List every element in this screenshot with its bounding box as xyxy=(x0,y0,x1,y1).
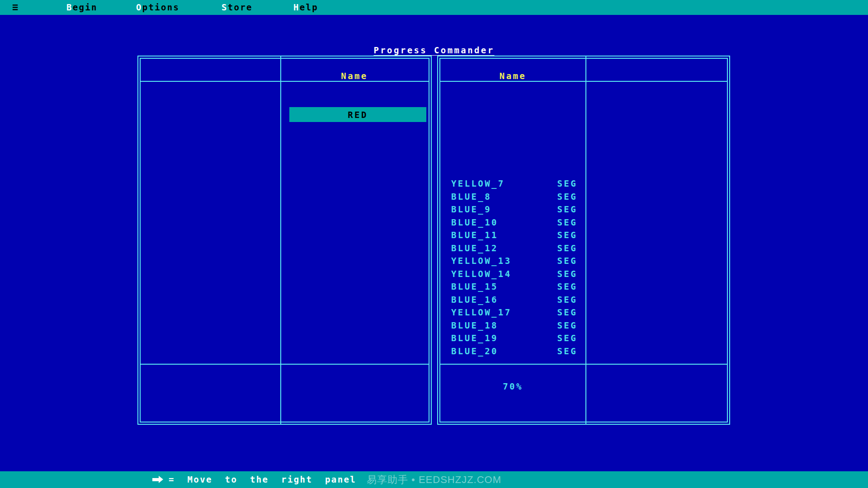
file-type: SEG xyxy=(557,242,577,255)
watermark: 易享助手 • EEDSHZJZ.COM xyxy=(367,474,501,486)
right-arrow-icon xyxy=(152,478,159,481)
left-panel-column-divider xyxy=(280,56,281,424)
file-type: SEG xyxy=(557,254,577,267)
file-type: SEG xyxy=(557,332,577,345)
file-name: BLUE_11 xyxy=(451,229,498,242)
file-name: BLUE_20 xyxy=(451,345,498,358)
file-name: BLUE_8 xyxy=(451,190,491,203)
menu-item-options[interactable]: Options xyxy=(136,2,179,13)
progress-commander-app: ≡ Begin Options Store Help Progress Comm… xyxy=(0,0,868,488)
right-panel: Name YELLOW_7SEG BLUE_8SEG BLUE_9SEG BLU… xyxy=(437,56,730,425)
list-item[interactable]: BLUE_16SEG xyxy=(440,293,585,306)
file-name: BLUE_18 xyxy=(451,319,498,332)
file-name: YELLOW_7 xyxy=(451,177,505,190)
selected-list-item[interactable]: RED xyxy=(289,107,426,122)
menu-item-begin[interactable]: Begin xyxy=(66,2,98,13)
menu-item-store[interactable]: Store xyxy=(222,2,253,13)
left-panel-footer-separator xyxy=(141,364,429,365)
list-item[interactable]: BLUE_11SEG xyxy=(440,229,585,242)
file-type: SEG xyxy=(557,319,577,332)
status-hint: = Move to the right panel xyxy=(169,474,356,486)
menu-item-help[interactable]: Help xyxy=(293,2,318,13)
status-bar: = Move to the right panel 易享助手 • EEDSHZJ… xyxy=(0,471,868,488)
file-name: BLUE_19 xyxy=(451,332,498,345)
file-name: BLUE_10 xyxy=(451,216,498,229)
file-name: BLUE_16 xyxy=(451,293,498,306)
list-item[interactable]: BLUE_9SEG xyxy=(440,203,585,216)
right-panel-footer-separator xyxy=(440,364,727,365)
left-panel-name-header: Name xyxy=(280,70,429,82)
left-panel: Name RED xyxy=(137,56,432,425)
file-type: SEG xyxy=(557,306,577,319)
file-name: BLUE_15 xyxy=(451,280,498,293)
progress-percent: 70% xyxy=(440,380,585,393)
file-name: YELLOW_17 xyxy=(451,306,512,319)
list-item[interactable]: BLUE_8SEG xyxy=(440,190,585,203)
list-item[interactable]: YELLOW_17SEG xyxy=(440,306,585,319)
file-name: BLUE_9 xyxy=(451,203,491,216)
list-item[interactable]: YELLOW_14SEG xyxy=(440,267,585,281)
file-type: SEG xyxy=(557,280,577,293)
file-type: SEG xyxy=(557,216,577,229)
file-type: SEG xyxy=(557,177,577,190)
list-item[interactable]: BLUE_19SEG xyxy=(440,332,585,345)
file-name: BLUE_12 xyxy=(451,242,498,255)
file-list: YELLOW_7SEG BLUE_8SEG BLUE_9SEG BLUE_10S… xyxy=(440,177,585,357)
hamburger-menu-icon[interactable]: ≡ xyxy=(12,1,18,13)
file-type: SEG xyxy=(557,345,577,358)
file-name: YELLOW_13 xyxy=(451,254,512,267)
list-item[interactable]: YELLOW_13SEG xyxy=(440,254,585,267)
list-item[interactable]: BLUE_12SEG xyxy=(440,242,585,255)
list-item[interactable]: YELLOW_7SEG xyxy=(440,177,585,190)
file-type: SEG xyxy=(557,190,577,203)
menu-bar: ≡ Begin Options Store Help xyxy=(0,0,868,15)
file-type: SEG xyxy=(557,267,577,281)
list-item[interactable]: BLUE_20SEG xyxy=(440,345,585,358)
list-item[interactable]: BLUE_15SEG xyxy=(440,280,585,293)
right-panel-column-divider xyxy=(585,56,586,424)
list-item[interactable]: BLUE_10SEG xyxy=(440,216,585,229)
list-item[interactable]: BLUE_18SEG xyxy=(440,319,585,332)
file-type: SEG xyxy=(557,203,577,216)
app-title: Progress Commander xyxy=(0,45,868,55)
file-type: SEG xyxy=(557,229,577,242)
file-type: SEG xyxy=(557,293,577,306)
right-panel-name-header: Name xyxy=(440,70,585,82)
file-name: YELLOW_14 xyxy=(451,267,512,281)
